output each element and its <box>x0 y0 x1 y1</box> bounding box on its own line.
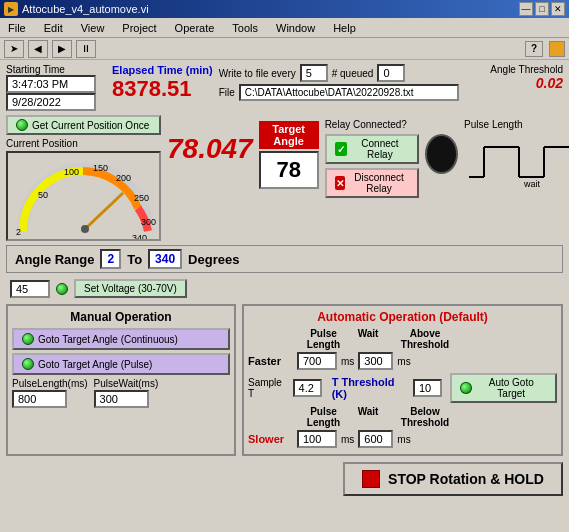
angle-threshold-section: Angle Threshold 0.02 <box>473 64 563 91</box>
toolbar-forward[interactable]: ▶ <box>52 40 72 58</box>
maximize-btn[interactable]: □ <box>535 2 549 16</box>
manual-title: Manual Operation <box>12 310 230 324</box>
goto-continuous-btn[interactable]: Goto Target Angle (Continuous) <box>12 328 230 350</box>
svg-text:100: 100 <box>64 167 79 177</box>
menu-window[interactable]: Window <box>272 21 319 35</box>
starting-time-value: 3:47:03 PM <box>6 75 96 93</box>
auto-goto-btn[interactable]: Auto Goto Target <box>450 373 557 403</box>
menu-operate[interactable]: Operate <box>171 21 219 35</box>
target-angle-label: Target Angle <box>259 121 319 149</box>
goto-pulse-led <box>22 358 34 370</box>
pulse-fields: PulseLength(ms) 800 PulseWait(ms) 300 <box>12 378 230 408</box>
menu-edit[interactable]: Edit <box>40 21 67 35</box>
menu-project[interactable]: Project <box>118 21 160 35</box>
menu-file[interactable]: File <box>4 21 30 35</box>
faster-pulse-unit: ms <box>341 356 354 367</box>
current-angle-display: 78.047 <box>167 133 253 165</box>
angle-range-label: Angle Range <box>15 252 94 267</box>
minimize-btn[interactable]: — <box>519 2 533 16</box>
angle-from-value[interactable]: 2 <box>100 249 121 269</box>
window-title: Attocube_v4_automove.vi <box>22 3 519 15</box>
menu-help[interactable]: Help <box>329 21 360 35</box>
connect-relay-btn[interactable]: ✓ Connect Relay <box>325 134 419 164</box>
menu-tools[interactable]: Tools <box>228 21 262 35</box>
col-pulse2-label: Pulse Length <box>296 406 351 428</box>
pulse-wait-input[interactable]: 300 <box>94 390 149 408</box>
second-row: Get Current Position Once Current Positi… <box>6 115 563 241</box>
sample-t-value[interactable]: 4.2 <box>293 379 322 397</box>
menu-view[interactable]: View <box>77 21 109 35</box>
queued-label: # queued <box>332 68 374 79</box>
stop-icon <box>362 470 380 488</box>
starting-time-section: Starting Time 3:47:03 PM 9/28/2022 <box>6 64 106 111</box>
gauge-section: Current Position 2 <box>6 138 161 241</box>
svg-text:200: 200 <box>116 173 131 183</box>
relay-connected-label: Relay Connected? <box>325 119 407 130</box>
pulse-diagram-section: Pulse Length wait <box>464 115 569 189</box>
set-voltage-btn[interactable]: Set Voltage (30-70V) <box>74 279 187 298</box>
faster-row: Faster 700 ms 300 ms <box>248 352 557 370</box>
pulse-wait-field: PulseWait(ms) 300 <box>94 378 159 408</box>
gauge: 2 50 100 150 200 250 300 340 <box>6 151 161 241</box>
faster-wait-unit: ms <box>397 356 410 367</box>
disconnect-relay-btn[interactable]: ✕ Disconnect Relay <box>325 168 419 198</box>
pulse-length-label: Pulse Length <box>464 119 569 130</box>
angle-to-value[interactable]: 340 <box>148 249 182 269</box>
svg-line-0 <box>85 193 123 229</box>
disconnect-x-icon: ✕ <box>335 176 346 190</box>
write-value[interactable]: 5 <box>300 64 328 82</box>
stop-btn[interactable]: STOP Rotation & HOLD <box>343 462 563 496</box>
target-angle-value[interactable]: 78 <box>259 151 319 189</box>
stop-section: STOP Rotation & HOLD <box>6 462 563 496</box>
pulse-diagram-svg: wait <box>464 132 569 187</box>
faster-wait-val[interactable]: 300 <box>358 352 393 370</box>
slower-pulse-val[interactable]: 100 <box>297 430 337 448</box>
slower-label: Slower <box>248 433 293 445</box>
col-above-label: Above Threshold <box>385 328 465 350</box>
threshold-value[interactable]: 10 <box>413 379 442 397</box>
slower-pulse-unit: ms <box>341 434 354 445</box>
angle-threshold-value: 0.02 <box>473 75 563 91</box>
angle-threshold-label: Angle Threshold <box>473 64 563 75</box>
target-angle-section: Target Angle 78 <box>259 115 319 189</box>
auto-goto-led <box>460 382 471 394</box>
close-btn[interactable]: ✕ <box>551 2 565 16</box>
toolbar-back[interactable]: ◀ <box>28 40 48 58</box>
relay-section: Relay Connected? ✓ Connect Relay ✕ Disco… <box>325 115 458 198</box>
green-led-1 <box>16 119 28 131</box>
manual-panel: Manual Operation Goto Target Angle (Cont… <box>6 304 236 456</box>
pulse-length-input[interactable]: 800 <box>12 390 67 408</box>
current-position-label: Current Position <box>6 138 161 149</box>
file-value[interactable]: C:\DATA\Attocube\DATA\20220928.txt <box>239 84 459 101</box>
svg-text:50: 50 <box>38 190 48 200</box>
help-button[interactable]: ? <box>525 41 543 57</box>
starting-date-value: 9/28/2022 <box>6 93 96 111</box>
faster-pulse-val[interactable]: 700 <box>297 352 337 370</box>
get-position-btn[interactable]: Get Current Position Once <box>6 115 161 135</box>
svg-text:150: 150 <box>93 163 108 173</box>
starting-time-label: Starting Time <box>6 64 106 75</box>
bottom-row: Manual Operation Goto Target Angle (Cont… <box>6 304 563 456</box>
toolbar: ➤ ◀ ▶ ⏸ ? <box>0 38 569 60</box>
top-section: Starting Time 3:47:03 PM 9/28/2022 Elaps… <box>6 64 563 111</box>
pulse-length-field: PulseLength(ms) 800 <box>12 378 88 408</box>
threshold-row: Sample T 4.2 T Threshold (K) 10 Auto Got… <box>248 373 557 403</box>
angle-to-label: To <box>127 252 142 267</box>
goto-pulse-btn[interactable]: Goto Target Angle (Pulse) <box>12 353 230 375</box>
get-position-section: Get Current Position Once Current Positi… <box>6 115 161 241</box>
svg-text:wait: wait <box>523 179 541 187</box>
toolbar-arrow[interactable]: ➤ <box>4 40 24 58</box>
degrees-label: Degrees <box>188 252 239 267</box>
toolbar-pause[interactable]: ⏸ <box>76 40 96 58</box>
elapsed-section: Elapsed Time (min) 8378.51 <box>112 64 213 102</box>
col-wait2-label: Wait <box>353 406 383 428</box>
col-pulse-label: Pulse Length <box>296 328 351 350</box>
col-wait-label: Wait <box>353 328 383 350</box>
slower-wait-val[interactable]: 600 <box>358 430 393 448</box>
auto-col-headers-2: Pulse Length Wait Below Threshold <box>296 406 557 428</box>
queued-value: 0 <box>377 64 405 82</box>
auto-title: Automatic Operation (Default) <box>248 310 557 324</box>
voltage-value[interactable]: 45 <box>10 280 50 298</box>
app-icon: ▶ <box>4 2 18 16</box>
threshold-label: T Threshold (K) <box>332 376 409 400</box>
